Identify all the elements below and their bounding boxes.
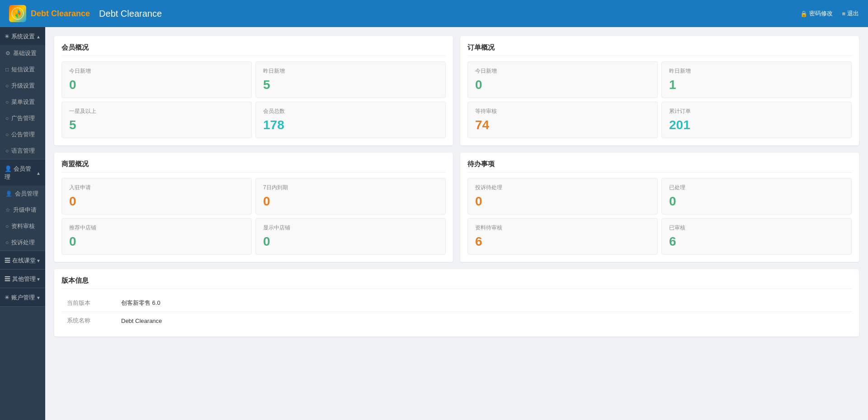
sidebar-section-other-header[interactable]: ☰ 其他管理 ▼ <box>0 270 45 288</box>
sidebar-item-sms-settings[interactable]: □ 短信设置 <box>0 61 45 78</box>
sidebar-item-upgrade-settings[interactable]: ○ 升级设置 <box>0 78 45 94</box>
member-total-label: 会员总数 <box>263 107 438 115</box>
merchant-recommended-label: 推荐中店铺 <box>69 224 244 232</box>
version-table: 当前版本 创客新零售 6.0 系统名称 Debt Clearance <box>61 294 852 329</box>
sidebar-item-menu-settings[interactable]: ○ 菜单设置 <box>0 94 45 110</box>
member-stat-star: 一星及以上 5 <box>61 102 252 138</box>
logo: Debt Clearance <box>9 5 90 22</box>
header-actions: 🔒 密码修改 ≡ 退出 <box>800 9 859 18</box>
language-icon: ○ <box>5 148 9 154</box>
lock-icon: 🔒 <box>800 10 807 17</box>
member-list-icon: 👤 <box>5 191 12 197</box>
sidebar-section-member-label: 👤 会员管理 <box>5 165 36 181</box>
todo-processed-value: 0 <box>669 194 844 209</box>
version-name-value: Debt Clearance <box>116 312 852 330</box>
sidebar-section-system-header[interactable]: ✳ 系统设置 ▲ <box>0 27 45 45</box>
sidebar-section-course-label: ☰ 在线课堂 <box>5 257 36 265</box>
member-stat-total: 会员总数 178 <box>255 102 446 138</box>
todo-complaint-label: 投诉待处理 <box>475 184 650 191</box>
sidebar-section-system-label: ✳ 系统设置 <box>5 33 35 41</box>
sidebar-section-course: ☰ 在线课堂 ▼ <box>0 251 45 270</box>
dashboard-row-1: 会员概况 今日新增 0 昨日新增 5 一星及以上 5 会员总 <box>54 36 859 145</box>
merchant-stat-expire: 7日内到期 0 <box>255 178 446 215</box>
sidebar-section-other-label: ☰ 其他管理 <box>5 275 36 283</box>
sidebar-section-other: ☰ 其他管理 ▼ <box>0 270 45 288</box>
version-current-value: 创客新零售 6.0 <box>116 294 852 312</box>
todo-stat-audited: 已审核 6 <box>661 218 852 255</box>
member-today-label: 今日新增 <box>69 67 244 75</box>
gear-icon: ⚙ <box>5 50 10 56</box>
member-yesterday-value: 5 <box>263 78 438 92</box>
sidebar-item-data-audit[interactable]: ○ 资料审核 <box>0 218 45 234</box>
member-yesterday-label: 昨日新增 <box>263 67 438 75</box>
member-stat-yesterday: 昨日新增 5 <box>255 61 446 98</box>
todo-title: 待办事项 <box>467 160 852 173</box>
sidebar-item-ad-management[interactable]: ○ 广告管理 <box>0 110 45 126</box>
ad-icon: ○ <box>5 115 9 121</box>
menu-icon: ○ <box>5 99 9 105</box>
merchant-stat-active: 显示中店铺 0 <box>255 218 446 255</box>
dashboard-row-2: 商盟概况 入驻申请 0 7日内到期 0 推荐中店铺 0 显示 <box>54 153 859 262</box>
order-stat-yesterday: 昨日新增 1 <box>661 61 852 98</box>
upgrade-icon: ○ <box>5 83 9 89</box>
main-content: 会员概况 今日新增 0 昨日新增 5 一星及以上 5 会员总 <box>45 27 868 420</box>
order-overview-panel: 订单概况 今日新增 0 昨日新增 1 等待审核 74 累计订 <box>460 36 859 145</box>
order-overview-title: 订单概况 <box>467 43 852 56</box>
member-total-value: 178 <box>263 118 438 132</box>
todo-audited-label: 已审核 <box>669 224 844 232</box>
system-collapse-icon: ▲ <box>36 34 41 39</box>
sidebar-item-complaint[interactable]: ○ 投诉处理 <box>0 234 45 251</box>
sidebar-section-account-header[interactable]: ✳ 账户管理 ▼ <box>0 288 45 306</box>
member-stats-grid: 今日新增 0 昨日新增 5 一星及以上 5 会员总数 178 <box>61 61 446 138</box>
sidebar-section-account: ✳ 账户管理 ▼ <box>0 288 45 307</box>
order-total-value: 201 <box>669 118 844 132</box>
account-collapse-icon: ▼ <box>36 295 41 300</box>
version-row-current: 当前版本 创客新零售 6.0 <box>61 294 852 312</box>
todo-panel: 待办事项 投诉待处理 0 已处理 0 资料待审核 6 已审核 <box>460 153 859 262</box>
sidebar-item-language[interactable]: ○ 语言管理 <box>0 143 45 159</box>
member-collapse-icon: ▲ <box>36 171 41 176</box>
merchant-stat-apply: 入驻申请 0 <box>61 178 252 215</box>
merchant-active-value: 0 <box>263 234 438 249</box>
sidebar-section-course-header[interactable]: ☰ 在线课堂 ▼ <box>0 251 45 269</box>
merchant-overview-panel: 商盟概况 入驻申请 0 7日内到期 0 推荐中店铺 0 显示 <box>54 153 453 262</box>
sidebar-item-member-list[interactable]: 👤 会员管理 <box>0 186 45 202</box>
merchant-expire-label: 7日内到期 <box>263 184 438 191</box>
merchant-stat-recommended: 推荐中店铺 0 <box>61 218 252 255</box>
merchant-apply-value: 0 <box>69 194 244 209</box>
todo-complaint-value: 0 <box>475 194 650 209</box>
order-stat-pending: 等待审核 74 <box>467 102 658 138</box>
data-audit-icon: ○ <box>5 223 9 229</box>
announcement-icon: ○ <box>5 131 9 138</box>
todo-audited-value: 6 <box>669 234 844 249</box>
order-pending-label: 等待审核 <box>475 107 650 115</box>
order-yesterday-label: 昨日新增 <box>669 67 844 75</box>
merchant-expire-value: 0 <box>263 194 438 209</box>
member-today-value: 0 <box>69 78 244 92</box>
password-change-button[interactable]: 🔒 密码修改 <box>800 9 833 18</box>
order-pending-value: 74 <box>475 118 650 132</box>
member-star-value: 5 <box>69 118 244 132</box>
member-overview-panel: 会员概况 今日新增 0 昨日新增 5 一星及以上 5 会员总 <box>54 36 453 145</box>
logo-text: Debt Clearance <box>31 9 90 19</box>
version-row-name: 系统名称 Debt Clearance <box>61 312 852 330</box>
todo-stats-grid: 投诉待处理 0 已处理 0 资料待审核 6 已审核 6 <box>467 178 852 255</box>
order-stats-grid: 今日新增 0 昨日新增 1 等待审核 74 累计订单 201 <box>467 61 852 138</box>
logo-icon <box>9 5 26 22</box>
todo-processed-label: 已处理 <box>669 184 844 191</box>
version-title: 版本信息 <box>61 276 852 289</box>
header-title: Debt Clearance <box>99 9 800 19</box>
order-yesterday-value: 1 <box>669 78 844 92</box>
member-stat-today: 今日新增 0 <box>61 61 252 98</box>
merchant-apply-label: 入驻申请 <box>69 184 244 191</box>
todo-stat-complaint: 投诉待处理 0 <box>467 178 658 215</box>
course-collapse-icon: ▼ <box>36 258 41 263</box>
order-today-value: 0 <box>475 78 650 92</box>
sidebar-item-announcement[interactable]: ○ 公告管理 <box>0 126 45 143</box>
other-collapse-icon: ▼ <box>36 277 41 282</box>
logout-button[interactable]: ≡ 退出 <box>842 9 859 18</box>
merchant-stats-grid: 入驻申请 0 7日内到期 0 推荐中店铺 0 显示中店铺 0 <box>61 178 446 255</box>
sidebar-item-basic-settings[interactable]: ⚙ 基础设置 <box>0 45 45 61</box>
sidebar-section-member-header[interactable]: 👤 会员管理 ▲ <box>0 159 45 186</box>
sidebar-item-upgrade-apply[interactable]: ☆ 升级申请 <box>0 202 45 218</box>
